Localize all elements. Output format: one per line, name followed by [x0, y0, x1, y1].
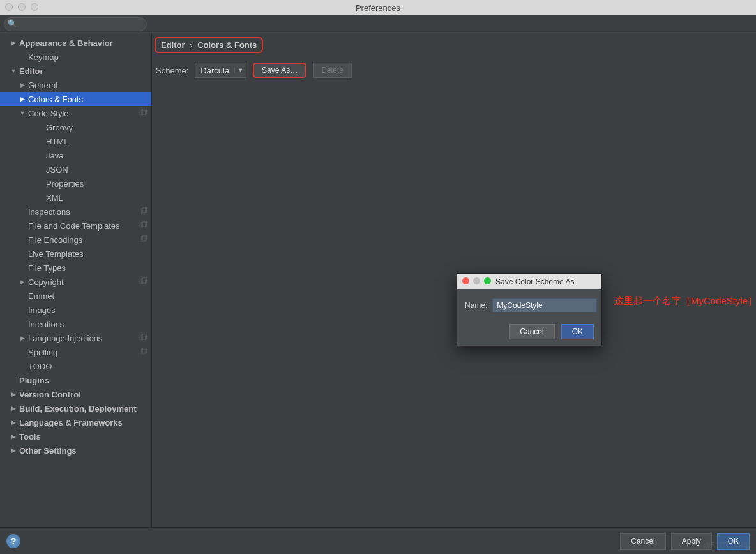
search-icon: 🔍: [8, 19, 17, 28]
sidebar-item-label: Languages & Frameworks: [19, 418, 147, 427]
sidebar-item-label: Appearance & Behavior: [19, 38, 147, 48]
content-pane: Editor › Colors & Fonts Scheme: Darcula …: [152, 33, 756, 527]
name-label: Name:: [465, 301, 487, 310]
help-button[interactable]: ?: [6, 534, 20, 548]
sidebar-item-label: Copyright: [28, 277, 137, 287]
sidebar-item-keymap[interactable]: Keymap: [0, 50, 151, 64]
chevron-right-icon: ▶: [10, 447, 17, 454]
sidebar-item-label: Spelling: [28, 348, 137, 357]
cancel-button[interactable]: Cancel: [620, 533, 665, 550]
dialog-min-icon: [473, 277, 480, 284]
sidebar-item-language-injections[interactable]: ▶Language Injections: [0, 331, 151, 345]
sidebar-item-version-control[interactable]: ▶Version Control: [0, 387, 151, 401]
dialog-cancel-button[interactable]: Cancel: [509, 324, 554, 339]
annotation-text: 这里起一个名字［MyCodeStyle］，然后点击OK: [614, 295, 756, 307]
sidebar-item-emmet[interactable]: Emmet: [0, 289, 151, 303]
sidebar-item-label: Editor: [19, 66, 147, 76]
traffic-close-icon[interactable]: [5, 3, 13, 11]
scheme-value: Darcula: [195, 66, 234, 75]
sidebar-item-label: Groovy: [46, 123, 147, 132]
dialog-close-icon[interactable]: [462, 277, 469, 284]
sidebar-item-label: Properties: [46, 179, 147, 189]
traffic-max-icon[interactable]: [31, 3, 38, 11]
traffic-min-icon[interactable]: [18, 3, 26, 11]
sidebar-item-label: JSON: [46, 165, 147, 174]
sidebar-item-java[interactable]: Java: [0, 148, 151, 162]
breadcrumb-part1: Editor: [161, 40, 185, 50]
project-level-icon: [137, 221, 147, 231]
scheme-name-input[interactable]: [492, 298, 597, 312]
chevron-down-icon: ▼: [19, 110, 26, 116]
sidebar-item-label: Language Injections: [28, 334, 137, 343]
sidebar-item-label: TODO: [28, 362, 147, 371]
sidebar-item-tools[interactable]: ▶Tools: [0, 429, 151, 443]
sidebar-item-xml[interactable]: XML: [0, 190, 151, 204]
sidebar-item-spelling[interactable]: Spelling: [0, 345, 151, 359]
sidebar-item-general[interactable]: ▶General: [0, 78, 151, 92]
sidebar-item-editor[interactable]: ▼Editor: [0, 64, 151, 78]
chevron-right-icon: ▶: [19, 335, 26, 341]
sidebar-item-label: Tools: [19, 432, 147, 442]
sidebar-item-label: HTML: [46, 137, 147, 146]
sidebar-item-file-and-code-templates[interactable]: File and Code Templates: [0, 219, 151, 233]
sidebar-item-label: Live Templates: [28, 249, 147, 259]
project-level-icon: [137, 277, 147, 287]
sidebar-item-label: Inspections: [28, 207, 137, 217]
dialog-title: Save Color Scheme As: [495, 277, 574, 286]
project-level-icon: [137, 207, 147, 217]
sidebar-item-label: File Encodings: [28, 235, 137, 245]
sidebar-item-file-encodings[interactable]: File Encodings: [0, 233, 151, 247]
save-as-button[interactable]: Save As…: [253, 63, 306, 78]
sidebar-item-label: Other Settings: [19, 446, 147, 456]
sidebar-item-json[interactable]: JSON: [0, 162, 151, 176]
sidebar-item-label: General: [28, 81, 147, 90]
sidebar-item-properties[interactable]: Properties: [0, 176, 151, 190]
sidebar-item-label: Emmet: [28, 291, 147, 301]
sidebar-item-html[interactable]: HTML: [0, 134, 151, 148]
sidebar-item-groovy[interactable]: Groovy: [0, 120, 151, 134]
sidebar-item-code-style[interactable]: ▼Code Style: [0, 106, 151, 120]
project-level-icon: [137, 348, 147, 357]
search-input[interactable]: [4, 17, 147, 31]
sidebar-item-copyright[interactable]: ▶Copyright: [0, 275, 151, 289]
sidebar-item-todo[interactable]: TODO: [0, 359, 151, 373]
chevron-right-icon: ▶: [19, 279, 26, 285]
dialog-ok-button[interactable]: OK: [561, 324, 594, 339]
project-level-icon: [137, 109, 147, 118]
chevron-right-icon: ▶: [10, 391, 17, 397]
sidebar-item-languages-frameworks[interactable]: ▶Languages & Frameworks: [0, 415, 151, 429]
chevron-right-icon: ▶: [10, 405, 17, 412]
sidebar-item-colors-fonts[interactable]: ▶Colors & Fonts: [0, 92, 151, 106]
sidebar-item-label: Colors & Fonts: [28, 95, 147, 104]
sidebar-item-plugins[interactable]: Plugins: [0, 373, 151, 387]
dialog-footer: ? Cancel Apply OK @51CTO博客: [0, 527, 756, 554]
sidebar-item-file-types[interactable]: File Types: [0, 261, 151, 275]
delete-button: Delete: [313, 63, 352, 78]
sidebar-item-label: Version Control: [19, 390, 147, 399]
watermark: @51CTO博客: [703, 541, 751, 551]
breadcrumb-part2: Colors & Fonts: [197, 40, 257, 50]
sidebar-item-live-templates[interactable]: Live Templates: [0, 247, 151, 261]
chevron-right-icon: ▶: [19, 82, 26, 88]
sidebar-item-label: Plugins: [19, 376, 147, 385]
sidebar-item-label: Build, Execution, Deployment: [19, 404, 147, 413]
chevron-right-icon: ▶: [10, 433, 17, 440]
window-title: Preferences: [356, 3, 400, 13]
chevron-down-icon: ▼: [10, 68, 17, 74]
sidebar-item-label: Intentions: [28, 319, 147, 329]
sidebar-item-appearance-behavior[interactable]: ▶Appearance & Behavior: [0, 36, 151, 50]
chevron-right-icon: ▶: [10, 40, 17, 46]
settings-tree[interactable]: ▶Appearance & BehaviorKeymap▼Editor▶Gene…: [0, 33, 152, 527]
sidebar-item-build-execution-deployment[interactable]: ▶Build, Execution, Deployment: [0, 401, 151, 415]
sidebar-item-label: Keymap: [28, 52, 147, 62]
scheme-label: Scheme:: [156, 66, 188, 75]
project-level-icon: [137, 334, 147, 343]
sidebar-item-label: XML: [46, 193, 147, 203]
sidebar-item-label: File and Code Templates: [28, 221, 137, 231]
scheme-dropdown[interactable]: Darcula ▼: [195, 63, 246, 78]
dialog-max-icon[interactable]: [484, 277, 491, 284]
sidebar-item-inspections[interactable]: Inspections: [0, 204, 151, 219]
sidebar-item-other-settings[interactable]: ▶Other Settings: [0, 443, 151, 458]
sidebar-item-images[interactable]: Images: [0, 303, 151, 317]
sidebar-item-intentions[interactable]: Intentions: [0, 317, 151, 331]
